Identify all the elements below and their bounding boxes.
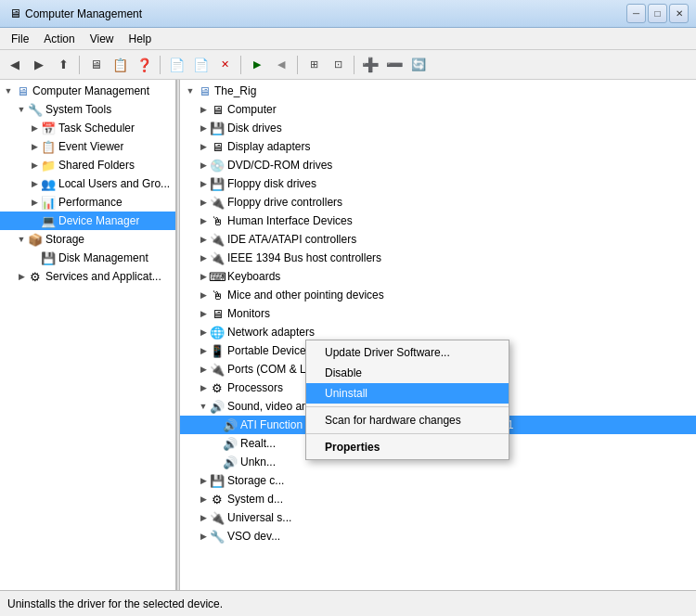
title-bar: 🖥 Computer Management ─ □ ✕: [0, 0, 696, 28]
main-area: 🖥 Computer Management 🔧 System Tools 📅 T…: [0, 80, 696, 590]
usb-icon: 🔌: [210, 510, 225, 525]
right-tree-ieee[interactable]: 🔌 IEEE 1394 Bus host controllers: [180, 249, 696, 267]
computer-label: Computer: [227, 103, 277, 116]
sound-icon: 🔊: [210, 399, 225, 414]
right-tree-the-rig[interactable]: 🖥 The_Rig: [180, 82, 696, 100]
disk-management-icon: 💾: [41, 250, 56, 265]
expand-floppy-disk: [197, 177, 210, 190]
left-tree-item-services[interactable]: ⚙ Services and Applicat...: [0, 267, 175, 286]
performance-label: Performance: [58, 196, 122, 209]
right-tree-display-adapters[interactable]: 🖥 Display adapters: [180, 137, 696, 156]
minimize-button[interactable]: ─: [626, 4, 646, 23]
right-tree-ide[interactable]: 🔌 IDE ATA/ATAPI controllers: [180, 230, 696, 249]
left-tree: 🖥 Computer Management 🔧 System Tools 📅 T…: [0, 80, 175, 288]
unknown-icon: 🔊: [223, 455, 238, 469]
toolbar-sep-5: [354, 56, 354, 74]
help-toolbar-button[interactable]: ❓: [133, 54, 155, 76]
performance-icon: 📊: [41, 195, 56, 210]
menu-help[interactable]: Help: [122, 31, 160, 47]
up-button[interactable]: ⬆: [52, 54, 74, 76]
monitors-icon: 🖥: [210, 306, 225, 321]
left-tree-item-computer-management[interactable]: 🖥 Computer Management: [0, 82, 175, 100]
expand-ide: [197, 233, 210, 246]
right-tree-floppy-ctrl[interactable]: 🔌 Floppy drive controllers: [180, 193, 696, 212]
context-menu-disable[interactable]: Disable: [306, 363, 509, 383]
right-tree-dvd[interactable]: 💿 DVD/CD-ROM drives: [180, 156, 696, 174]
usb-label: Universal s...: [227, 511, 291, 524]
right-tree-usb[interactable]: 🔌 Universal s...: [180, 508, 696, 527]
storage-ctrl-icon: 💾: [210, 473, 225, 488]
expand-button[interactable]: ⊞: [303, 54, 325, 76]
remove-button[interactable]: ➖: [383, 54, 406, 76]
right-tree-monitors[interactable]: 🖥 Monitors: [180, 304, 696, 323]
view-button[interactable]: 📄: [189, 54, 212, 76]
right-tree-floppy-disk[interactable]: 💾 Floppy disk drives: [180, 174, 696, 193]
app-icon: 🖥: [7, 6, 22, 21]
ide-icon: 🔌: [210, 232, 225, 247]
right-panel: 🖥 The_Rig 🖥 Computer 💾 Disk drives 🖥 Dis…: [180, 80, 696, 590]
add-button[interactable]: ➕: [359, 54, 381, 76]
left-tree-item-task-scheduler[interactable]: 📅 Task Scheduler: [0, 119, 175, 137]
right-tree-vso[interactable]: 🔧 VSO dev...: [180, 527, 696, 545]
collapse-button[interactable]: ⊡: [327, 54, 349, 76]
delete-button[interactable]: ✕: [213, 54, 236, 76]
close-button[interactable]: ✕: [669, 4, 689, 23]
context-menu-uninstall[interactable]: Uninstall: [306, 383, 509, 404]
left-tree-item-storage[interactable]: 📦 Storage: [0, 230, 175, 249]
right-tree-storage-ctrl[interactable]: 💾 Storage c...: [180, 471, 696, 490]
properties-toolbar-button[interactable]: 📋: [109, 54, 131, 76]
expand-display-adapters: [197, 140, 210, 153]
system-devices-icon: ⚙: [210, 492, 225, 507]
pause-button[interactable]: ◀: [270, 54, 292, 76]
left-tree-item-event-viewer[interactable]: 📋 Event Viewer: [0, 137, 175, 156]
vso-icon: 🔧: [210, 529, 225, 544]
device-manager-icon: 💻: [41, 213, 56, 228]
export-button[interactable]: 📄: [165, 54, 187, 76]
expand-disk-drives: [197, 122, 210, 135]
expand-icon-task-scheduler: [28, 122, 41, 135]
keyboards-label: Keyboards: [227, 270, 280, 283]
forward-button[interactable]: ▶: [28, 54, 50, 76]
floppy-disk-label: Floppy disk drives: [227, 177, 316, 190]
maximize-button[interactable]: □: [648, 4, 667, 23]
right-tree-keyboards[interactable]: ⌨ Keyboards: [180, 267, 696, 286]
menu-view[interactable]: View: [83, 31, 122, 47]
run-button[interactable]: ▶: [246, 54, 268, 76]
right-tree-network-adapters[interactable]: 🌐 Network adapters: [180, 323, 696, 341]
dvd-label: DVD/CD-ROM drives: [227, 159, 332, 172]
expand-ports: [197, 363, 210, 376]
right-tree-system-devices[interactable]: ⚙ System d...: [180, 490, 696, 508]
left-tree-item-disk-management[interactable]: 💾 Disk Management: [0, 249, 175, 267]
right-tree-disk-drives[interactable]: 💾 Disk drives: [180, 119, 696, 137]
menu-file[interactable]: File: [4, 31, 36, 47]
event-viewer-label: Event Viewer: [58, 140, 123, 153]
expand-icon-storage: [15, 233, 28, 246]
right-tree-mice[interactable]: 🖱 Mice and other pointing devices: [180, 286, 696, 304]
services-label: Services and Applicat...: [45, 270, 161, 283]
expand-icon-services: [15, 270, 28, 283]
left-tree-item-system-tools[interactable]: 🔧 System Tools: [0, 100, 175, 119]
context-menu-update-driver[interactable]: Update Driver Software...: [306, 342, 509, 363]
menu-action[interactable]: Action: [36, 31, 82, 47]
left-tree-item-performance[interactable]: 📊 Performance: [0, 193, 175, 212]
disk-management-label: Disk Management: [58, 251, 148, 264]
status-text: Uninstalls the driver for the selected d…: [7, 597, 223, 610]
right-tree-computer[interactable]: 🖥 Computer: [180, 100, 696, 119]
left-tree-item-local-users[interactable]: 👥 Local Users and Gro...: [0, 174, 175, 193]
left-tree-item-shared-folders[interactable]: 📁 Shared Folders: [0, 156, 175, 174]
show-hide-button[interactable]: 🖥: [84, 54, 107, 76]
right-tree-hid[interactable]: 🖱 Human Interface Devices: [180, 212, 696, 230]
expand-usb: [197, 511, 210, 524]
ieee-label: IEEE 1394 Bus host controllers: [227, 251, 381, 264]
refresh-button[interactable]: 🔄: [407, 54, 430, 76]
back-button[interactable]: ◀: [4, 54, 26, 76]
left-tree-item-device-manager[interactable]: 💻 Device Manager: [0, 212, 175, 230]
expand-system-devices: [197, 493, 210, 506]
context-menu-properties[interactable]: Properties: [306, 437, 509, 457]
context-menu-scan[interactable]: Scan for hardware changes: [306, 410, 509, 430]
system-tools-label: System Tools: [45, 103, 111, 116]
expand-vso: [197, 530, 210, 543]
expand-storage-ctrl: [197, 474, 210, 487]
monitors-label: Monitors: [227, 307, 270, 320]
hid-icon: 🖱: [210, 213, 225, 228]
